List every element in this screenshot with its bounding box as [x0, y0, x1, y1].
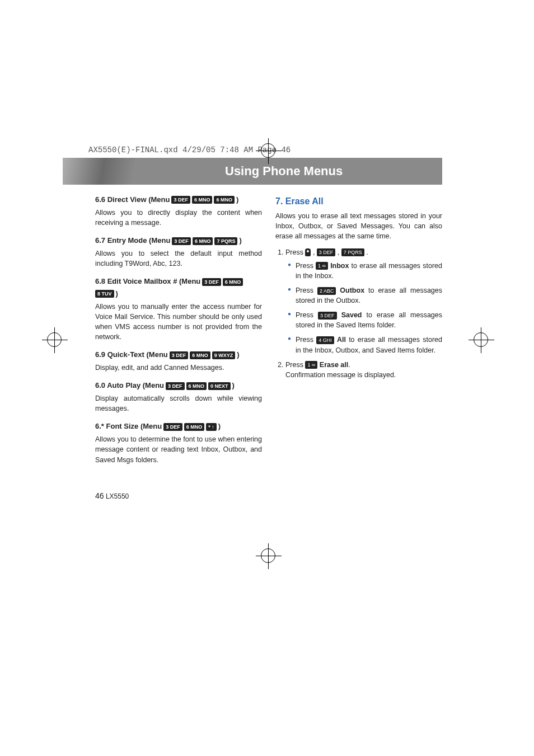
key-1-icon: 1 ∞	[316, 262, 328, 270]
key-3-icon: 3 DEF	[317, 248, 336, 256]
option-label: Inbox	[330, 262, 349, 270]
body-7-intro: Allows you to erase all text messages st…	[275, 211, 442, 241]
content-columns: 6.6 Direct View (Menu 3 DEF 6 MNO 6 MNO …	[95, 195, 442, 467]
step-end: .	[348, 361, 350, 369]
key-0-icon: 0 NEXT	[208, 382, 231, 390]
option-prefix: Press	[296, 262, 313, 270]
key-3-icon: 3 DEF	[163, 423, 182, 431]
heading-close: )	[236, 195, 238, 205]
registration-mark-icon	[261, 548, 275, 563]
heading-close: )	[237, 350, 239, 360]
body-6-7: Allows you to select the default input m…	[95, 248, 262, 269]
heading-close: )	[116, 289, 118, 299]
option-all: Press 4 GHI All to erase all messages st…	[288, 335, 442, 355]
step-1: Press , 3 DEF , 7 PQRS . Press 1 ∞ Inbox…	[285, 247, 442, 355]
body-6-6: Allows you to directly display the conte…	[95, 208, 262, 228]
heading-7: 7. Erase All	[275, 195, 442, 208]
heading-6-0: 6.0 Auto Play (Menu 3 DEF 6 MNO 0 NEXT )	[95, 381, 262, 391]
key-3-icon: 3 DEF	[172, 237, 191, 245]
right-column: 7. Erase All Allows you to erase all tex…	[275, 195, 442, 467]
option-prefix: Press	[296, 287, 313, 294]
body-6-9: Display, edit, and add Canned Messages.	[95, 363, 262, 373]
key-6-icon: 6 MNO	[193, 237, 213, 245]
option-label: Saved	[341, 311, 362, 319]
step-2: Press 1 ∞ Erase all. Confirmation messag…	[285, 360, 442, 380]
key-3-icon: 3 DEF	[166, 382, 185, 390]
option-prefix: Press	[296, 311, 313, 319]
heading-6-star: 6.* Font Size (Menu 3 DEF 6 MNO * ↑ )	[95, 421, 262, 432]
heading-text: 6.0 Auto Play (Menu	[95, 381, 164, 391]
banner-title: Using Phone Menus	[225, 164, 343, 179]
heading-6-8: 6.8 Edit Voice Mailbox # (Menu 3 DEF 6 M…	[95, 276, 262, 299]
heading-text: 6.8 Edit Voice Mailbox # (Menu	[95, 276, 200, 287]
registration-mark-icon	[47, 332, 62, 347]
key-9-icon: 9 WXYZ	[212, 351, 236, 359]
heading-close: )	[218, 421, 221, 432]
key-6-icon: 6 MNO	[223, 278, 243, 286]
key-star-icon: * ↑	[206, 423, 217, 431]
heading-6-6: 6.6 Direct View (Menu 3 DEF 6 MNO 6 MNO …	[95, 195, 262, 205]
step-text: Press	[285, 248, 303, 256]
key-2-icon: 2 ABC	[317, 287, 336, 295]
left-column: 6.6 Direct View (Menu 3 DEF 6 MNO 6 MNO …	[95, 195, 262, 467]
banner: Using Phone Menus	[63, 158, 442, 185]
body-6-8: Allows you to manually enter the access …	[95, 302, 262, 342]
heading-6-7: 6.7 Entry Mode (Menu 3 DEF 6 MNO 7 PQRS …	[95, 236, 262, 246]
step-note: Confirmation message is displayed.	[285, 370, 442, 380]
key-6-icon: 6 MNO	[184, 423, 205, 431]
key-8-icon: 8 TUV	[95, 290, 114, 298]
step-label: Erase all	[320, 361, 348, 369]
registration-mark-icon	[261, 143, 275, 158]
heading-close: )	[239, 236, 241, 246]
heading-text: 6.6 Direct View (Menu	[95, 195, 170, 205]
key-3-icon: 3 DEF	[202, 278, 221, 286]
key-4-icon: 4 GHI	[316, 336, 334, 344]
key-6-icon: 6 MNO	[192, 196, 213, 204]
key-3-icon: 3 DEF	[171, 196, 190, 204]
option-saved: Press 3 DEF Saved to erase all messages …	[288, 310, 442, 330]
options-list: Press 1 ∞ Inbox to erase all messages st…	[288, 261, 442, 355]
body-6-star: Allows you to determine the font to use …	[95, 434, 262, 464]
key-6-icon: 6 MNO	[186, 382, 207, 390]
heading-text: 6.9 Quick-Text (Menu	[95, 350, 168, 360]
heading-text: 6.* Font Size (Menu	[95, 421, 162, 432]
key-7-icon: 7 PQRS	[341, 248, 364, 256]
key-3-icon: 3 DEF	[318, 312, 337, 320]
registration-mark-icon	[474, 332, 488, 347]
page-footer: 46 LX5550	[95, 491, 129, 500]
option-label: All	[337, 336, 346, 344]
model-label: LX5550	[106, 492, 129, 500]
key-6-icon: 6 MNO	[190, 351, 210, 359]
page-number: 46	[95, 491, 104, 500]
banner-art	[63, 158, 163, 185]
heading-close: )	[232, 381, 235, 391]
step-text: Press	[285, 361, 303, 369]
option-label: Outbox	[340, 287, 364, 294]
heading-text: 6.7 Entry Mode (Menu	[95, 236, 170, 246]
key-1-icon: 1 ∞	[305, 361, 317, 369]
step-end: .	[366, 248, 368, 256]
option-outbox: Press 2 ABC Outbox to erase all messages…	[288, 285, 442, 306]
steps-list: Press , 3 DEF , 7 PQRS . Press 1 ∞ Inbox…	[285, 247, 442, 380]
option-prefix: Press	[296, 336, 313, 344]
option-inbox: Press 1 ∞ Inbox to erase all messages st…	[288, 261, 442, 281]
key-6-icon: 6 MNO	[214, 196, 235, 204]
key-3-icon: 3 DEF	[170, 351, 189, 359]
key-7-icon: 7 PQRS	[214, 237, 237, 245]
left-soft-key-icon	[305, 248, 311, 256]
heading-6-9: 6.9 Quick-Text (Menu 3 DEF 6 MNO 9 WXYZ …	[95, 350, 262, 360]
body-6-0: Display automatically scrolls down while…	[95, 393, 262, 414]
